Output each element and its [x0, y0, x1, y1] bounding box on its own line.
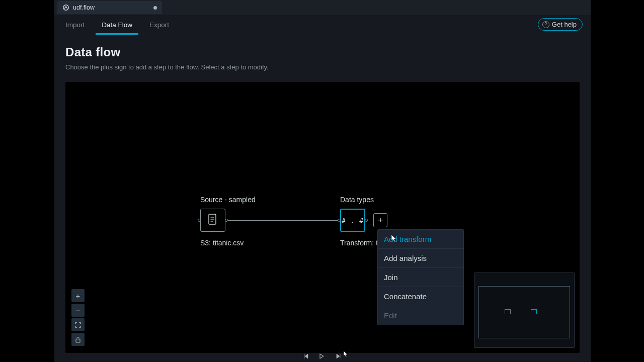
svg-rect-5 — [76, 339, 80, 342]
node-source-subtitle: S3: titanic.csv — [200, 239, 244, 247]
zoom-in-button[interactable]: + — [71, 289, 85, 302]
app-frame: udf.flow Import Data Flow Export ? Get h… — [54, 0, 591, 362]
zoom-lock-button[interactable] — [71, 333, 85, 346]
playback-prev-button[interactable] — [303, 353, 309, 359]
port-types-out[interactable] — [365, 219, 368, 222]
port-source-in[interactable] — [198, 219, 201, 222]
unsaved-dot-icon — [153, 6, 157, 10]
app-logo-icon — [62, 4, 69, 11]
minimap-viewport[interactable] — [478, 286, 570, 338]
plus-icon: + — [378, 215, 383, 226]
node-source[interactable] — [200, 209, 225, 232]
zoom-fit-button[interactable] — [71, 318, 85, 331]
node-source-title: Source - sampled — [200, 196, 256, 204]
page-header: Data flow Choose the plus sign to add a … — [54, 35, 591, 75]
page-subtitle: Choose the plus sign to add a step to th… — [65, 63, 580, 71]
get-help-button[interactable]: ? Get help — [538, 18, 583, 31]
nav-bar: Import Data Flow Export ? Get help — [54, 15, 591, 35]
hash-dot-hash-icon: # . # — [342, 217, 364, 224]
menu-concatenate[interactable]: Concatenate — [378, 287, 463, 306]
menu-edit[interactable]: Edit — [378, 306, 463, 325]
minimap[interactable] — [474, 273, 575, 348]
edge-source-to-types — [228, 220, 338, 221]
menu-add-transform[interactable]: Add transform — [378, 230, 463, 249]
document-icon — [207, 213, 218, 227]
file-tab[interactable]: udf.flow — [57, 1, 162, 14]
file-tabstrip: udf.flow — [54, 0, 591, 15]
add-step-button[interactable]: + — [373, 213, 387, 227]
node-types-subtitle: Transform: t — [340, 239, 378, 247]
zoom-out-button[interactable]: − — [71, 304, 85, 317]
playback-bar — [54, 352, 591, 361]
file-tab-label: udf.flow — [73, 4, 95, 11]
zoom-controls: + − — [71, 289, 85, 346]
port-types-in[interactable] — [338, 219, 341, 222]
tab-data-flow[interactable]: Data Flow — [102, 15, 132, 35]
svg-point-0 — [63, 5, 68, 10]
tab-import[interactable]: Import — [65, 15, 85, 35]
menu-add-analysis[interactable]: Add analysis — [378, 249, 463, 268]
flow-canvas[interactable]: Source - sampled S3: titanic.csv Data ty… — [65, 82, 580, 353]
minimap-node-source — [505, 309, 511, 314]
node-types[interactable]: # . # — [340, 209, 365, 232]
node-types-title: Data types — [340, 196, 374, 204]
menu-join[interactable]: Join — [378, 268, 463, 287]
cursor-arrow-icon — [343, 350, 348, 357]
minimap-node-types — [531, 309, 537, 314]
tab-export[interactable]: Export — [149, 15, 169, 35]
playback-next-button[interactable] — [336, 353, 342, 359]
get-help-label: Get help — [552, 21, 577, 28]
help-icon: ? — [542, 21, 549, 28]
add-step-menu: Add transform Add analysis Join Concaten… — [377, 229, 464, 325]
page-title: Data flow — [65, 45, 580, 59]
playback-play-button[interactable] — [319, 353, 326, 359]
